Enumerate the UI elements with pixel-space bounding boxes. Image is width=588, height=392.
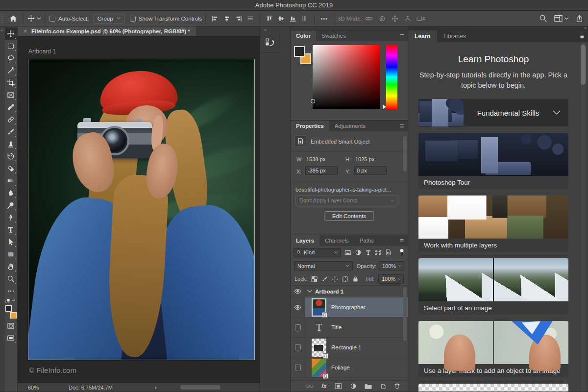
foreground-color-swatch[interactable]	[5, 305, 12, 312]
color-panel-menu-icon[interactable]: ≡	[400, 30, 408, 41]
y-input[interactable]	[354, 166, 387, 175]
filter-kind-dropdown[interactable]: Kind	[294, 248, 341, 257]
add-layer-mask-icon[interactable]	[335, 383, 342, 389]
tutorial-card-photoshop-tour[interactable]: Photoshop Tour	[418, 133, 568, 189]
hand-tool[interactable]	[5, 260, 17, 272]
fill-dropdown[interactable]: 100%	[378, 274, 404, 284]
new-group-icon[interactable]	[365, 383, 372, 389]
default-swap-colors[interactable]	[5, 298, 16, 304]
layer-name[interactable]: Artboard 1	[315, 289, 343, 294]
tutorial-card-multiple-layers[interactable]: Work with multiple layers	[418, 196, 568, 252]
learn-collapse-strip[interactable]: »	[408, 26, 588, 30]
search-button[interactable]	[539, 14, 547, 23]
delete-layer-icon[interactable]	[394, 383, 400, 390]
lock-pixels-icon[interactable]	[321, 276, 328, 282]
layer-effects-icon[interactable]: fx	[321, 383, 327, 390]
clone-stamp-tool[interactable]	[5, 138, 17, 150]
layer-row-photographer[interactable]: Photographer	[291, 297, 408, 318]
move-tool-preset[interactable]	[27, 12, 41, 25]
tutorial-card-layer-mask[interactable]: Use a layer mask to add an object to an …	[418, 321, 568, 377]
visibility-cell[interactable]	[291, 358, 305, 377]
filter-type-layers-icon[interactable]	[365, 249, 371, 256]
lock-transparent-icon[interactable]	[311, 276, 318, 282]
edit-toolbar-button[interactable]	[5, 285, 17, 297]
auto-select-checkbox[interactable]	[49, 16, 55, 22]
filter-smart-objects-icon[interactable]	[385, 249, 392, 256]
tab-channels[interactable]: Channels	[319, 235, 354, 246]
tab-swatches[interactable]: Swatches	[316, 30, 351, 41]
type-tool[interactable]	[5, 223, 17, 236]
layer-comp-dropdown[interactable]: Don't Apply Layer Comp	[295, 196, 398, 205]
home-button[interactable]	[6, 12, 20, 25]
auto-select-dropdown[interactable]: Group	[94, 14, 124, 24]
tab-properties[interactable]: Properties	[291, 121, 329, 131]
learn-panel-menu-icon[interactable]: ≡	[580, 30, 588, 42]
layer-name[interactable]: Rectangle 1	[331, 344, 361, 350]
layer-name[interactable]: Foliage	[331, 365, 350, 370]
tutorial-card-partial[interactable]	[418, 384, 568, 392]
artboard[interactable]	[28, 59, 254, 360]
healing-brush-tool[interactable]	[5, 113, 17, 125]
gradient-tool[interactable]	[5, 174, 17, 187]
eyedropper-tool[interactable]	[5, 101, 17, 113]
tab-paths[interactable]: Paths	[354, 235, 379, 246]
lock-artboard-icon[interactable]	[342, 276, 348, 282]
layer-name[interactable]: Photographer	[331, 304, 366, 310]
layer-thumbnail[interactable]	[312, 339, 326, 357]
move-tool[interactable]	[5, 27, 17, 40]
share-button[interactable]	[576, 15, 583, 23]
pen-tool[interactable]	[5, 211, 17, 223]
properties-panel-menu-icon[interactable]: ≡	[400, 121, 408, 131]
3d-camera-icon[interactable]	[416, 15, 425, 22]
hidden-layer-checkbox[interactable]	[295, 365, 301, 370]
color-picker-cursor[interactable]	[311, 99, 315, 103]
align-bottom-edges-button[interactable]	[290, 15, 296, 22]
align-vertical-centers-button[interactable]	[278, 15, 285, 22]
opacity-dropdown[interactable]: 100%	[379, 261, 404, 270]
blur-tool[interactable]	[5, 187, 17, 199]
brush-tool[interactable]	[5, 125, 17, 138]
collapsed-history-panel-button[interactable]	[260, 32, 280, 53]
link-layers-icon[interactable]	[305, 384, 314, 389]
layer-name[interactable]: Title	[331, 324, 342, 330]
visibility-cell[interactable]	[291, 318, 305, 337]
layer-thumbnail[interactable]	[312, 298, 326, 317]
screen-mode-button[interactable]	[5, 332, 17, 344]
distribute-horizontal-button[interactable]	[247, 15, 254, 22]
fundamental-skills-accordion[interactable]: Fundamental Skills	[418, 99, 568, 126]
zoom-level-field[interactable]: 60%	[18, 385, 49, 391]
document-tab[interactable]: × FileInfo.com Example.psd @ 60% (Photog…	[18, 26, 196, 36]
edit-contents-button[interactable]: Edit Contents	[324, 211, 374, 221]
tab-color[interactable]: Color	[291, 30, 316, 41]
quick-mask-button[interactable]	[5, 319, 17, 332]
align-top-edges-button[interactable]	[266, 15, 273, 22]
properties-scrollbar-thumb[interactable]	[403, 136, 407, 172]
hidden-layer-checkbox[interactable]	[295, 344, 301, 350]
horizontal-scrollbar-thumb[interactable]	[180, 385, 220, 390]
learn-scrollbar-thumb[interactable]	[581, 45, 586, 85]
align-horizontal-centers-button[interactable]	[223, 15, 230, 22]
rectangle-tool[interactable]	[5, 248, 17, 260]
horizontal-scrollbar[interactable]	[159, 383, 260, 392]
canvas-area[interactable]: Artboard 1	[18, 36, 260, 383]
filter-adjustment-layers-icon[interactable]	[355, 249, 362, 256]
chevron-down-icon[interactable]	[307, 290, 312, 293]
align-right-edges-button[interactable]	[235, 15, 242, 22]
rectangular-marquee-tool[interactable]	[5, 40, 17, 52]
show-transform-checkbox[interactable]	[130, 16, 136, 22]
eraser-tool[interactable]	[5, 162, 17, 174]
learn-scrollbar[interactable]	[581, 42, 586, 392]
crop-tool[interactable]	[5, 76, 17, 89]
3d-roll-icon[interactable]	[378, 15, 386, 23]
visibility-cell[interactable]	[291, 286, 305, 297]
expand-toolbar-icon[interactable]: »	[0, 28, 2, 33]
visibility-cell[interactable]	[291, 338, 305, 357]
hue-slider-arrow[interactable]	[383, 104, 386, 109]
hidden-layer-checkbox[interactable]	[295, 324, 301, 330]
status-chevron[interactable]: ›	[153, 384, 159, 391]
layer-row-title[interactable]: T Title	[291, 318, 408, 338]
layer-row-artboard[interactable]: Artboard 1	[291, 286, 408, 297]
new-layer-icon[interactable]	[380, 383, 386, 390]
tab-learn[interactable]: Learn	[408, 30, 437, 42]
lock-position-icon[interactable]	[332, 276, 338, 282]
